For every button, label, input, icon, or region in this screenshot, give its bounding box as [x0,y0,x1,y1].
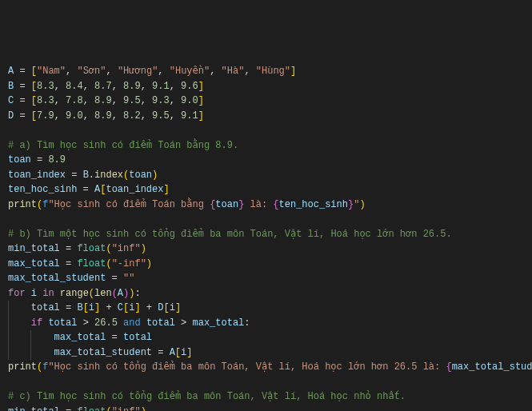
code-line[interactable]: total = B[i] + C[i] + D[i] [8,301,524,316]
token: toan_index [8,170,66,181]
code-line[interactable]: toan_index = B.index(toan) [8,168,524,183]
code-line[interactable]: max_total = float("-inf") [8,257,524,272]
token: 9.1 [181,110,198,122]
token: max_total [8,258,60,269]
token: "Học sinh có điểm Toán bằng [48,199,210,210]
token: = [77,184,94,195]
token: , [83,110,94,122]
token: [ [31,66,37,77]
token: "Hương" [118,66,158,77]
token: , [83,95,94,106]
code-line[interactable]: min_total = float("inf") [8,405,524,412]
code-editor[interactable]: A = ["Nam", "Sơn", "Hương", "Huyền", "Hà… [8,64,524,411]
token: total [123,332,152,343]
token: = [14,110,31,122]
code-line[interactable] [8,375,524,390]
token: max_total_student [452,361,532,373]
token: = [152,347,170,358]
token: 7.8 [66,95,83,106]
token: total [146,317,175,329]
code-line[interactable]: if total > 26.5 and total > max_total: [8,316,524,331]
code-line[interactable]: # a) Tìm học sinh có điểm Toán bằng 8.9. [8,138,524,154]
token: , [141,110,152,122]
token: 9.1 [152,81,170,92]
token: , [170,95,181,106]
token: "" [123,273,134,284]
code-line[interactable] [8,212,524,227]
token: ( [106,243,111,254]
code-line[interactable]: min_total = float("inf") [8,241,524,257]
code-line[interactable]: # c) Tìm học sinh có tổng điểm ba môn To… [8,389,524,405]
token: = [60,302,78,313]
token: float [77,406,106,412]
token: là: [244,199,273,210]
token: 8.3 [37,81,54,92]
token: ) [359,199,365,210]
token: range [60,288,89,299]
token: ) [141,243,146,254]
token: [ [31,81,37,92]
code-line[interactable]: A = ["Nam", "Sơn", "Hương", "Huyền", "Hà… [8,64,524,79]
token: "Học sinh có tổng điểm ba môn Toán, Vật … [48,361,446,373]
token: "inf" [112,406,141,412]
token: , [54,110,66,122]
token: "Nam" [37,66,66,77]
token: ] [198,81,204,92]
token: , [83,81,94,92]
token: float [77,258,106,269]
token: , [210,66,221,77]
token: toan [215,199,238,210]
code-line[interactable]: C = [8.3, 7.8, 8.9, 9.5, 9.3, 9.0] [8,94,524,109]
token: 9.5 [123,95,141,106]
token: C [118,302,123,313]
token: = [31,154,49,166]
token: 8.9 [94,95,112,106]
token: [ [31,110,37,122]
code-line[interactable]: B = [8.3, 8.4, 8.7, 8.9, 9.1, 9.6] [8,79,524,94]
token: "inf" [112,243,141,254]
code-line[interactable]: max_total_student = A[i] [8,345,524,361]
token: ] [290,66,296,77]
token: ( [106,258,111,269]
token: = [14,66,31,77]
token: = [14,81,31,92]
token: { [273,199,278,210]
token: = [60,406,78,412]
code-line[interactable]: max_total_student = "" [8,271,524,286]
code-line[interactable]: ten_hoc_sinh = A[toan_index] [8,182,524,198]
token: : [134,288,140,299]
code-line[interactable]: D = [7.9, 9.0, 8.9, 8.2, 9.5, 9.1] [8,109,524,124]
code-line[interactable]: # b) Tìm một học sinh có tổng điểm ba mô… [8,227,524,242]
token: = [60,243,78,254]
token: 8.9 [94,110,112,122]
token: max_total_student [54,347,152,358]
token: 8.9 [123,81,141,92]
token: 7.9 [37,110,54,122]
code-line[interactable]: toan = 8.9 [8,153,524,168]
token: total [31,302,60,313]
token: ( [112,288,118,299]
token: ) [146,258,152,269]
token: i [31,288,37,299]
token: "Hà" [222,66,245,77]
token: 9.0 [66,110,83,122]
token: , [141,81,152,92]
token: index [94,170,123,181]
code-line[interactable]: for i in range(len(A)): [8,286,524,301]
token: , [112,110,123,122]
token: i [89,302,94,313]
token: 8.9 [48,154,66,166]
token: max_total [193,317,245,329]
token: [ [83,302,89,313]
token: ) [141,406,146,412]
token: if [31,317,42,329]
code-line[interactable]: print(f"Học sinh có điểm Toán bằng {toan… [8,198,524,213]
token: B [83,170,89,181]
token: , [170,110,181,122]
token: , [54,81,66,92]
token: ] [198,110,204,122]
code-line[interactable] [8,123,524,138]
code-line[interactable]: print(f"Học sinh có tổng điểm ba môn Toá… [8,360,524,375]
token: # c) Tìm học sinh có tổng điểm ba môn To… [8,391,406,402]
code-line[interactable]: max_total = total [8,330,524,345]
